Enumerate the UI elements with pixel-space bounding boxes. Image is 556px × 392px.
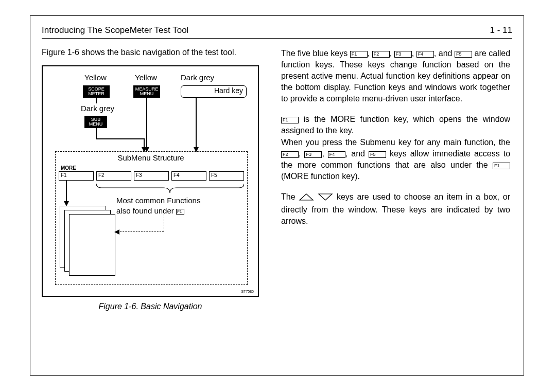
key-f2: F2 <box>96 171 131 181</box>
inline-key-f5: F5 <box>455 51 472 58</box>
p1-sep-4: , and <box>434 49 455 58</box>
key-f5: F5 <box>209 171 244 181</box>
key-sub-menu: SUB MENU <box>84 116 107 128</box>
inline-key-f2: F2 <box>372 51 390 58</box>
p1-sep-2: , <box>390 49 394 58</box>
p2-sep-1: , <box>299 149 304 158</box>
label-yellow-1: Yellow <box>84 73 107 82</box>
figure-intro-text: Figure 1-6 shows the basic navigation of… <box>42 48 266 57</box>
svg-marker-6 <box>319 194 332 200</box>
paragraph-2: F1 is the MORE function key, which opens… <box>281 114 510 182</box>
header-page-number: 1 - 11 <box>490 25 512 35</box>
inline-key-f1-c: F1 <box>493 163 510 169</box>
label-common-functions-2: also found under F1 <box>116 206 184 215</box>
inline-key-f1: F1 <box>350 51 368 58</box>
key-f3: F3 <box>134 171 169 181</box>
inline-key-f1-fig: F1 <box>176 209 184 215</box>
paragraph-3: The keys are used to choose an item in a… <box>281 191 510 227</box>
inline-key-f3-b: F3 <box>304 151 322 158</box>
inline-key-f5-b: F5 <box>369 151 386 158</box>
key-measure-menu: MEASURE MENU <box>133 85 160 98</box>
label-more: MORE <box>61 165 76 171</box>
label-common-functions-1: Most common Functions <box>116 196 200 205</box>
p2-sep-3: , and <box>345 149 369 158</box>
submenu-structure-box: SubMenu Structure MORE F1 F2 F3 F4 F5 Mo… <box>55 151 248 285</box>
key-scope-meter: SCOPE METER <box>83 85 110 98</box>
p3-text-a: The <box>281 192 299 201</box>
paragraph-1: The five blue keys F1, F2, F3, F4, and F… <box>281 48 510 104</box>
p2-text-b: When you press the Submenu key for any m… <box>281 138 510 147</box>
key-f1: F1 <box>59 171 94 181</box>
key-f4: F4 <box>171 171 206 181</box>
inline-key-f3: F3 <box>394 51 412 58</box>
page-header: Introducing The ScopeMeter Test Tool 1 -… <box>42 25 512 39</box>
up-arrow-icon <box>299 193 314 204</box>
label-yellow-2: Yellow <box>135 73 157 82</box>
right-column: The five blue keys F1, F2, F3, F4, and F… <box>281 48 510 311</box>
p2-text-a: is the MORE function key, which opens th… <box>281 115 510 135</box>
svg-marker-4 <box>114 229 119 235</box>
sheet-front <box>69 214 115 276</box>
p1-sep-3: , <box>412 49 416 58</box>
header-title: Introducing The ScopeMeter Test Tool <box>42 25 188 35</box>
figure-frame: Yellow Yellow Dark grey SCOPE METER MEAS… <box>42 65 259 297</box>
down-arrow-icon <box>318 193 333 204</box>
left-column: Figure 1-6 shows the basic navigation of… <box>42 48 266 311</box>
figure-caption: Figure 1-6. Basic Navigation <box>42 302 259 311</box>
p2-text-d: (MORE function key). <box>281 172 360 181</box>
p2-sep-2: , <box>322 149 327 158</box>
label-darkgrey-1: Dark grey <box>181 73 214 82</box>
figure-id: ST7585 <box>241 290 254 293</box>
inline-key-f4: F4 <box>416 51 434 58</box>
hard-key-box: Hard key <box>181 85 247 98</box>
label-darkgrey-2: Dark grey <box>81 104 114 113</box>
p3-text-b: keys are used to choose an item in a box… <box>281 192 510 225</box>
label-submenu-structure: SubMenu Structure <box>99 153 202 162</box>
inline-key-f2-b: F2 <box>281 151 299 158</box>
label-common-prefix: also found under <box>116 206 176 215</box>
page: Introducing The ScopeMeter Test Tool 1 -… <box>30 15 524 376</box>
content-columns: Figure 1-6 shows the basic navigation of… <box>42 48 512 311</box>
svg-marker-5 <box>300 194 313 200</box>
p1-sep-1: , <box>368 49 372 58</box>
svg-marker-3 <box>64 201 69 206</box>
inline-key-f4-b: F4 <box>328 151 345 158</box>
inline-key-f1-more: F1 <box>281 117 299 123</box>
p1-text-a: The five blue keys <box>281 49 350 58</box>
